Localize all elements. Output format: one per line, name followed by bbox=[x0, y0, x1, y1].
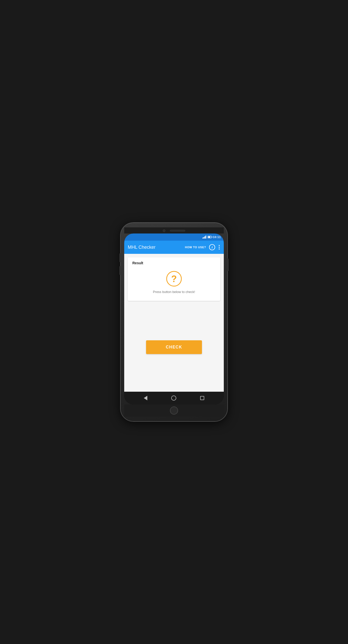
status-time: 10:11 bbox=[213, 236, 221, 239]
signal-icon bbox=[202, 236, 206, 239]
fingerprint-sensor bbox=[170, 406, 178, 415]
status-icons: 10:11 bbox=[202, 236, 221, 239]
battery-icon bbox=[208, 236, 212, 238]
back-icon bbox=[144, 396, 147, 400]
speaker-grill bbox=[170, 230, 185, 231]
result-card: Result ? Press button below to check! bbox=[128, 257, 220, 301]
nav-recents-button[interactable] bbox=[198, 394, 206, 402]
nav-back-button[interactable] bbox=[142, 394, 149, 402]
app-bar: MHL Checker HOW TO USE? i bbox=[124, 241, 224, 254]
content-area: Result ? Press button below to check! CH… bbox=[124, 254, 224, 392]
phone-screen: 10:11 MHL Checker HOW TO USE? i bbox=[124, 233, 224, 404]
phone-device: 10:11 MHL Checker HOW TO USE? i bbox=[121, 223, 227, 421]
info-icon-button[interactable]: i bbox=[209, 244, 215, 250]
recents-icon bbox=[200, 396, 204, 400]
question-mark-icon: ? bbox=[166, 271, 182, 287]
more-menu-button[interactable] bbox=[218, 244, 220, 250]
result-hint-text: Press button below to check! bbox=[153, 290, 195, 294]
result-content: ? Press button below to check! bbox=[132, 269, 216, 296]
status-bar: 10:11 bbox=[124, 233, 224, 241]
how-to-use-button[interactable]: HOW TO USE? bbox=[185, 246, 206, 249]
front-camera bbox=[163, 229, 165, 232]
result-label: Result bbox=[132, 261, 216, 265]
home-icon bbox=[171, 396, 176, 401]
button-area: CHECK bbox=[128, 306, 220, 388]
svg-text:?: ? bbox=[171, 274, 177, 284]
nav-home-button[interactable] bbox=[169, 393, 178, 403]
nav-bar bbox=[124, 392, 224, 404]
phone-bottom-bezel bbox=[124, 404, 224, 417]
phone-top-bezel bbox=[124, 227, 224, 233]
app-title: MHL Checker bbox=[128, 245, 183, 250]
check-button[interactable]: CHECK bbox=[146, 340, 202, 354]
app-bar-actions: HOW TO USE? i bbox=[185, 244, 220, 250]
